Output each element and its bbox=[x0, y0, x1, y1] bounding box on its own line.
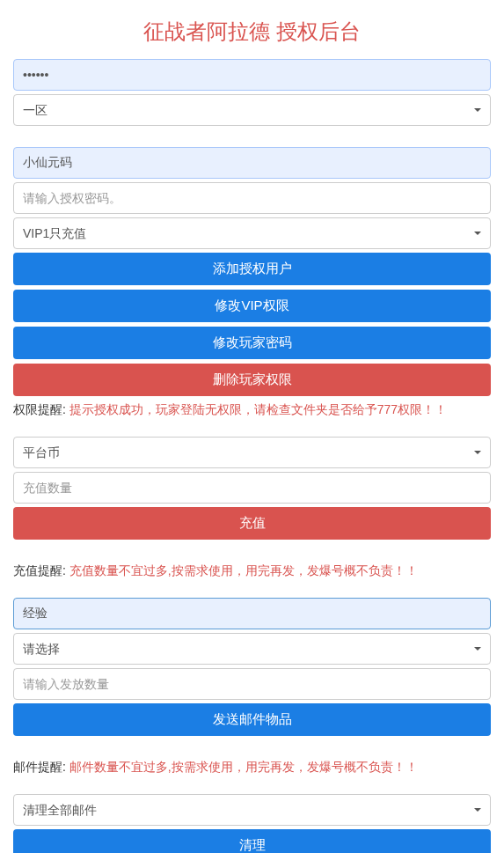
password-input[interactable] bbox=[13, 59, 491, 91]
modify-vip-button[interactable]: 修改VIP权限 bbox=[13, 290, 491, 322]
mail-quantity-input[interactable] bbox=[13, 668, 491, 700]
experience-input[interactable] bbox=[13, 598, 491, 629]
delete-player-permission-button[interactable]: 删除玩家权限 bbox=[13, 364, 491, 396]
mail-note-text: 邮件数量不宜过多,按需求使用，用完再发，发爆号概不负责！！ bbox=[69, 760, 418, 774]
page-title: 征战者阿拉德 授权后台 bbox=[13, 18, 491, 46]
auth-section: VIP1只充值 添加授权用户 修改VIP权限 修改玩家密码 删除玩家权限 权限提… bbox=[13, 147, 491, 419]
recharge-note-text: 充值数量不宜过多,按需求使用，用完再发，发爆号概不负责！！ bbox=[69, 563, 418, 577]
recharge-note: 充值提醒: 充值数量不宜过多,按需求使用，用完再发，发爆号概不负责！！ bbox=[13, 562, 491, 580]
cleanup-button[interactable]: 清理 bbox=[13, 829, 491, 853]
cleanup-select[interactable]: 清理全部邮件 bbox=[13, 794, 491, 826]
currency-select[interactable]: 平台币 bbox=[13, 437, 491, 468]
vip-select[interactable]: VIP1只充值 bbox=[13, 217, 491, 249]
cleanup-section: 清理全部邮件 清理 友情提示: 清理邮箱10分钟后再上线 bbox=[13, 794, 491, 853]
auth-password-input[interactable] bbox=[13, 182, 491, 214]
recharge-note-label: 充值提醒: bbox=[13, 563, 69, 577]
permission-note-label: 权限提醒: bbox=[13, 402, 69, 416]
permission-note-text: 提示授权成功，玩家登陆无权限，请检查文件夹是否给予777权限！！ bbox=[69, 402, 447, 416]
mail-note: 邮件提醒: 邮件数量不宜过多,按需求使用，用完再发，发爆号概不负责！！ bbox=[13, 758, 491, 776]
permission-note: 权限提醒: 提示授权成功，玩家登陆无权限，请检查文件夹是否给予777权限！！ bbox=[13, 401, 491, 419]
modify-player-password-button[interactable]: 修改玩家密码 bbox=[13, 327, 491, 359]
recharge-amount-input[interactable] bbox=[13, 472, 491, 504]
mail-item-select[interactable]: 请选择 bbox=[13, 633, 491, 665]
add-auth-user-button[interactable]: 添加授权用户 bbox=[13, 253, 491, 285]
recharge-button[interactable]: 充值 bbox=[13, 507, 491, 540]
code-input[interactable] bbox=[13, 147, 491, 179]
mail-section: 请选择 发送邮件物品 邮件提醒: 邮件数量不宜过多,按需求使用，用完再发，发爆号… bbox=[13, 598, 491, 776]
recharge-section: 平台币 充值 充值提醒: 充值数量不宜过多,按需求使用，用完再发，发爆号概不负责… bbox=[13, 437, 491, 580]
login-section: 一区 bbox=[13, 59, 491, 129]
mail-note-label: 邮件提醒: bbox=[13, 760, 69, 774]
send-mail-item-button[interactable]: 发送邮件物品 bbox=[13, 703, 491, 736]
zone-select[interactable]: 一区 bbox=[13, 94, 491, 126]
